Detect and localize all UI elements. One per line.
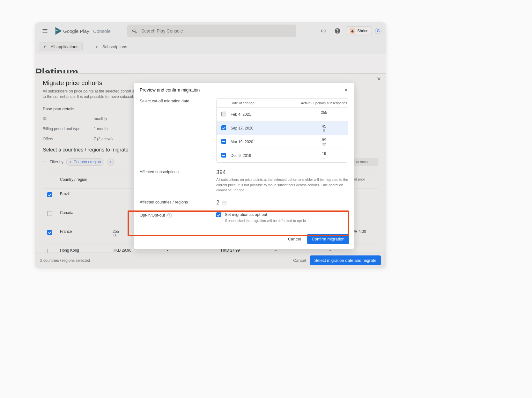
aff-regions-label: Affected countries / regions: [140, 199, 216, 204]
cohort-row[interactable]: Mar 19, 20208932: [217, 135, 348, 149]
cohort-date: Dec 9, 2019: [231, 153, 300, 158]
cohort-hdr-date: Date of change: [231, 101, 300, 105]
aff-subs-label: Affected subscriptions: [140, 169, 216, 174]
top-bar: Google Play Console ◆ Shrine G: [35, 22, 386, 40]
cohort-checkbox[interactable]: [221, 125, 226, 130]
cohort-date: Sep 17, 2020: [231, 126, 300, 130]
cohort-date: Feb 4, 2021: [231, 112, 300, 117]
close-icon[interactable]: [376, 76, 381, 81]
cutoff-label: Select cut-off migration date: [140, 98, 216, 103]
cohort-checkbox[interactable]: [221, 153, 226, 158]
filter-by-label: Filter by: [50, 160, 63, 164]
all-apps-label: All applications: [51, 44, 78, 49]
subscriptions-label: Subscriptions: [102, 44, 127, 49]
back-to-subscriptions[interactable]: Subscriptions: [95, 44, 127, 49]
menu-icon[interactable]: [40, 26, 50, 36]
cohort-row[interactable]: Feb 4, 2021255-: [217, 108, 348, 122]
country-cell: France: [60, 229, 113, 234]
account-avatar[interactable]: G: [375, 28, 381, 34]
opt-out-checkbox[interactable]: [216, 212, 221, 217]
brand-text-b: Console: [93, 28, 111, 34]
billing-value: 1 month: [94, 127, 107, 131]
cohort-count: 8932: [300, 138, 348, 146]
offers-label: Offers: [43, 137, 94, 141]
dialog-title: Preview and confirm migration: [140, 87, 200, 92]
id-value: monthly: [94, 116, 107, 121]
col-country: Country / region: [60, 177, 113, 182]
cohort-checkbox[interactable]: [221, 139, 226, 144]
cohort-checkbox[interactable]: [221, 112, 226, 116]
cohort-count: 255-: [300, 110, 348, 119]
brand-logo[interactable]: Google Play Console: [54, 27, 111, 35]
billing-label: Billing period and type: [43, 127, 94, 131]
cohort-count: 19-: [300, 151, 348, 160]
row-checkbox[interactable]: [47, 211, 52, 216]
search-icon: [132, 28, 137, 34]
close-dialog-icon[interactable]: [344, 88, 348, 92]
cohort-hdr-active: Active / upchain subscriptions: [300, 101, 348, 105]
search-input[interactable]: [141, 28, 292, 33]
app-chip[interactable]: ◆ Shrine: [346, 26, 372, 35]
cohort-row[interactable]: Sep 17, 2020459: [217, 122, 348, 135]
row-checkbox[interactable]: [47, 230, 52, 235]
search-bar[interactable]: [127, 25, 296, 37]
help-icon[interactable]: [332, 26, 343, 36]
cohort-row[interactable]: Dec 9, 201919-: [217, 149, 348, 162]
link-icon[interactable]: [318, 26, 329, 36]
chip-add[interactable]: +: [107, 158, 114, 166]
opt-note: If unchecked the migration will be defau…: [225, 218, 306, 224]
country-cell: Hong Kong: [60, 248, 113, 253]
row-checkbox[interactable]: [47, 192, 52, 197]
cancel-button[interactable]: Cancel: [289, 255, 310, 265]
help-icon[interactable]: ?: [167, 213, 172, 217]
chip-country-region[interactable]: Country / region: [66, 158, 104, 166]
bottom-bar: 2 countries / regions selected Cancel Se…: [35, 253, 386, 268]
opt-label: Opt-in/Opt-out: [140, 213, 165, 217]
arrow-left-icon: [43, 45, 48, 49]
selection-summary: 2 countries / regions selected: [40, 258, 90, 263]
app-name: Shrine: [357, 29, 368, 33]
arrow-left-icon: [95, 45, 99, 49]
cohort-count: 459: [300, 124, 348, 132]
brand-text-a: Google Play: [63, 28, 89, 34]
opt-check-label: Set migration as opt-out: [225, 212, 306, 217]
migration-dialog: Preview and confirm migration Select cut…: [134, 83, 354, 249]
filter-icon: [43, 160, 47, 164]
country-cell: Brazil: [60, 192, 113, 196]
confirm-migration-button[interactable]: Confirm migration: [307, 234, 349, 244]
gem-icon: ◆: [350, 28, 355, 34]
all-apps-button[interactable]: All applications: [39, 42, 83, 51]
help-icon[interactable]: ?: [222, 201, 226, 205]
aff-subs-note: All subscribers on price points at the s…: [216, 177, 348, 193]
aff-subs-value: 394: [216, 169, 348, 176]
cohort-table: Date of change Active / upchain subscrip…: [216, 98, 348, 163]
country-cell: Canada: [60, 210, 113, 215]
aff-regions-value: 2: [216, 199, 219, 206]
select-migration-button[interactable]: Select migration date and migrate: [310, 255, 381, 265]
dialog-cancel-button[interactable]: Cancel: [284, 234, 305, 244]
second-nav: All applications Subscriptions: [35, 40, 386, 54]
play-icon: [54, 27, 62, 35]
id-label: ID: [43, 116, 94, 121]
offers-value: 7 (3 active): [94, 137, 113, 141]
cohort-date: Mar 19, 2020: [231, 140, 300, 144]
